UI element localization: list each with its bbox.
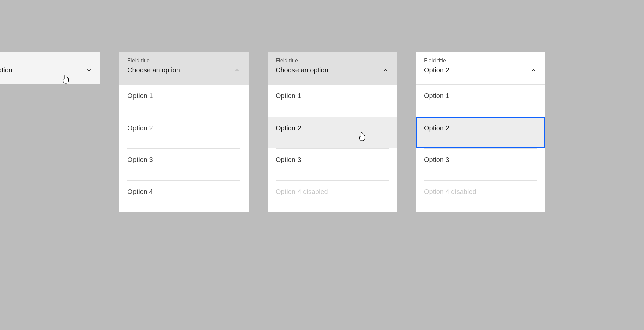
dropdown-open-hover: Field title Choose an option Option 1 Op… — [268, 52, 397, 212]
chevron-up-icon — [530, 67, 537, 74]
dropdown-option-disabled: Option 4 disabled — [416, 180, 545, 212]
dropdown-open-default: Field title Choose an option Option 1 Op… — [119, 52, 249, 212]
dropdown-value-row: Option 2 — [424, 66, 537, 74]
dropdown-options: Option 1 Option 2 Option 3 Option 4 disa… — [268, 85, 397, 212]
option-label: Option 3 — [127, 148, 240, 180]
dropdown-trigger[interactable]: Field title Choose an option — [119, 52, 249, 85]
dropdown-options: Option 1 Option 2 Option 3 Option 4 disa… — [416, 85, 545, 212]
field-title: Field title — [424, 58, 537, 64]
dropdown-option-selected[interactable]: Option 2 — [416, 117, 545, 148]
field-title: Field title — [276, 58, 389, 64]
option-label: Option 3 — [424, 148, 537, 180]
dropdown-value: e an option — [0, 66, 12, 74]
option-label: Option 2 — [276, 117, 389, 148]
field-title: Field title — [127, 58, 240, 64]
dropdown-option[interactable]: Option 1 — [416, 85, 545, 117]
dropdown-open-selected: Field title Option 2 Option 1 Option 2 O… — [416, 52, 545, 212]
dropdown-trigger[interactable]: le e an option — [0, 52, 100, 84]
option-label: Option 1 — [276, 85, 389, 117]
dropdown-value-row: e an option — [0, 66, 92, 74]
chevron-up-icon — [382, 67, 389, 74]
chevron-up-icon — [234, 67, 240, 74]
dropdown-trigger[interactable]: Field title Option 2 — [416, 52, 545, 85]
dropdown-option[interactable]: Option 1 — [268, 85, 397, 117]
option-label: Option 1 — [127, 85, 240, 117]
dropdown-option[interactable]: Option 3 — [268, 148, 397, 180]
dropdown-value: Choose an option — [276, 66, 328, 74]
field-title: le — [0, 58, 92, 64]
dropdown-option[interactable]: Option 3 — [416, 148, 545, 180]
dropdown-value: Choose an option — [127, 66, 180, 74]
dropdown-option[interactable]: Option 1 — [119, 85, 249, 117]
dropdown-option-hovered[interactable]: Option 2 — [268, 117, 397, 148]
dropdown-value: Option 2 — [424, 66, 449, 74]
option-label: Option 2 — [127, 117, 240, 148]
dropdown-trigger[interactable]: Field title Choose an option — [268, 52, 397, 85]
dropdown-option[interactable]: Option 4 — [119, 180, 249, 212]
option-label: Option 4 disabled — [424, 180, 537, 212]
option-label: Option 3 — [276, 148, 389, 180]
dropdown-value-row: Choose an option — [127, 66, 240, 74]
dropdown-value-row: Choose an option — [276, 66, 389, 74]
dropdown-option-disabled: Option 4 disabled — [268, 180, 397, 212]
option-label: Option 1 — [424, 85, 537, 117]
dropdown-closed: le e an option — [0, 52, 100, 84]
option-label: Option 4 disabled — [276, 180, 389, 212]
dropdown-options: Option 1 Option 2 Option 3 Option 4 — [119, 85, 249, 212]
option-label: Option 4 — [127, 180, 240, 212]
dropdown-option[interactable]: Option 3 — [119, 148, 249, 180]
option-label: Option 2 — [424, 117, 537, 148]
dropdown-option[interactable]: Option 2 — [119, 117, 249, 148]
chevron-down-icon — [86, 67, 92, 74]
